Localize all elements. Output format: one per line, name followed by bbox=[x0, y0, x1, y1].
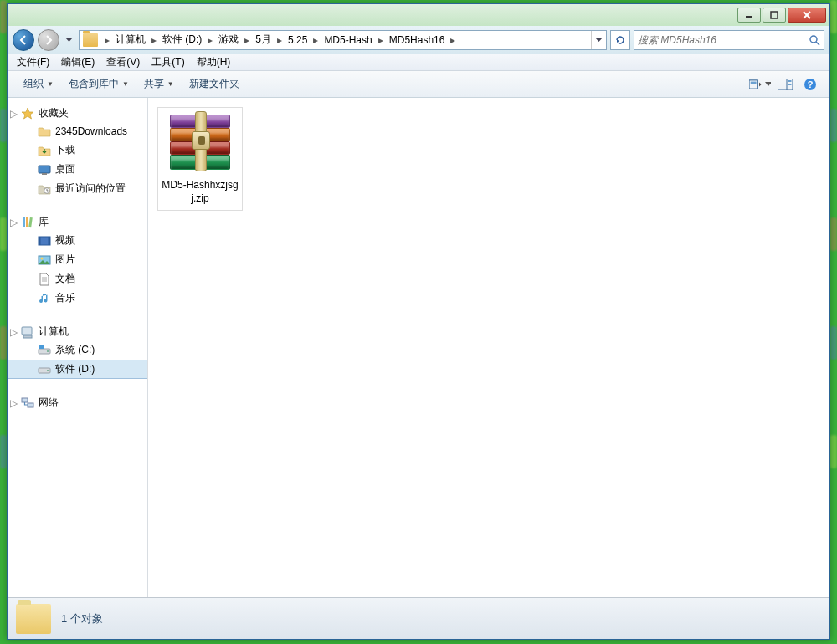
crumb-computer[interactable]: 计算机 bbox=[113, 31, 148, 49]
archive-icon bbox=[165, 111, 235, 175]
help-button[interactable]: ? bbox=[799, 74, 821, 95]
svg-rect-6 bbox=[749, 79, 757, 88]
chevron-right-icon[interactable]: ▸ bbox=[204, 31, 216, 49]
sidebar-item-documents[interactable]: 文档 bbox=[8, 269, 147, 289]
maximize-button[interactable] bbox=[763, 8, 786, 23]
sidebar-item-label: 音乐 bbox=[55, 291, 75, 305]
crumb-folder[interactable]: 游戏 bbox=[216, 31, 241, 49]
sidebar-item-recent[interactable]: 最近访问的位置 bbox=[8, 179, 147, 198]
chevron-down-icon: ▼ bbox=[167, 80, 174, 88]
file-list[interactable]: MD5-Hashhxzjsgj.zip bbox=[148, 98, 829, 597]
search-box[interactable] bbox=[634, 30, 824, 50]
sidebar-item-drive-d[interactable]: 软件 (D:) bbox=[8, 360, 147, 379]
favorites-label: 收藏夹 bbox=[39, 106, 69, 120]
breadcrumb[interactable]: ▸ 计算机 ▸ 软件 (D:) ▸ 游戏 ▸ 5月 ▸ 5.25 ▸ MD5-H… bbox=[79, 30, 607, 50]
network-label: 网络 bbox=[39, 396, 59, 410]
forward-button[interactable] bbox=[38, 29, 59, 51]
sidebar-network-head[interactable]: ▷ 网络 bbox=[8, 394, 147, 411]
share-button[interactable]: 共享 ▼ bbox=[136, 74, 182, 95]
file-name: MD5-Hashhxzjsgj.zip bbox=[162, 178, 239, 205]
chevron-right-icon[interactable]: ▸ bbox=[241, 31, 253, 49]
svg-rect-15 bbox=[42, 173, 47, 175]
computer-label: 计算机 bbox=[39, 325, 69, 339]
chevron-right-icon[interactable]: ▸ bbox=[101, 31, 113, 49]
history-dropdown[interactable] bbox=[63, 28, 75, 52]
tree-toggle-icon[interactable]: ▷ bbox=[9, 398, 18, 407]
sidebar-item-downloads2345[interactable]: 2345Downloads bbox=[8, 122, 147, 141]
status-text: 1 个对象 bbox=[61, 611, 103, 626]
preview-pane-button[interactable] bbox=[774, 74, 796, 95]
svg-rect-35 bbox=[22, 398, 28, 402]
address-bar: ▸ 计算机 ▸ 软件 (D:) ▸ 游戏 ▸ 5月 ▸ 5.25 ▸ MD5-H… bbox=[8, 26, 829, 54]
sidebar-item-drive-c[interactable]: 系统 (C:) bbox=[8, 340, 147, 360]
menu-view[interactable]: 查看(V) bbox=[100, 54, 146, 71]
svg-line-5 bbox=[816, 42, 819, 45]
recent-icon bbox=[38, 182, 51, 196]
chevron-right-icon[interactable]: ▸ bbox=[310, 31, 321, 49]
svg-point-34 bbox=[47, 370, 49, 371]
search-icon bbox=[809, 34, 820, 46]
sidebar-item-desktop[interactable]: 桌面 bbox=[8, 160, 147, 179]
refresh-button[interactable] bbox=[610, 30, 630, 50]
sidebar-libraries-head[interactable]: ▷ 库 bbox=[8, 213, 147, 231]
library-icon bbox=[21, 216, 34, 229]
include-label: 包含到库中 bbox=[69, 77, 119, 91]
search-input[interactable] bbox=[638, 34, 809, 46]
tree-toggle-icon[interactable]: ▷ bbox=[9, 217, 18, 227]
download-folder-icon bbox=[38, 144, 51, 157]
sidebar-item-pictures[interactable]: 图片 bbox=[8, 250, 147, 269]
libraries-label: 库 bbox=[39, 215, 49, 229]
menu-file[interactable]: 文件(F) bbox=[11, 54, 55, 71]
svg-rect-10 bbox=[788, 80, 792, 82]
svg-rect-22 bbox=[49, 237, 51, 245]
network-icon bbox=[21, 396, 34, 410]
svg-rect-11 bbox=[788, 84, 792, 85]
menu-help[interactable]: 帮助(H) bbox=[191, 54, 237, 71]
menubar: 文件(F) 编辑(E) 查看(V) 工具(T) 帮助(H) bbox=[8, 54, 829, 71]
sidebar-computer-head[interactable]: ▷ 计算机 bbox=[8, 323, 147, 340]
svg-rect-14 bbox=[39, 166, 50, 173]
computer-icon bbox=[21, 325, 34, 339]
address-dropdown[interactable] bbox=[591, 31, 606, 49]
toolbar: 组织 ▼ 包含到库中 ▼ 共享 ▼ 新建文件夹 ? bbox=[8, 71, 829, 98]
crumb-folder[interactable]: 5.25 bbox=[285, 31, 310, 49]
new-folder-label: 新建文件夹 bbox=[189, 77, 239, 91]
music-icon bbox=[38, 292, 51, 305]
folder-icon bbox=[16, 604, 51, 634]
new-folder-button[interactable]: 新建文件夹 bbox=[182, 74, 247, 95]
close-button[interactable] bbox=[788, 8, 826, 23]
organize-button[interactable]: 组织 ▼ bbox=[16, 74, 61, 95]
star-icon bbox=[21, 107, 34, 120]
crumb-drive[interactable]: 软件 (D:) bbox=[160, 31, 204, 49]
explorer-window: ▸ 计算机 ▸ 软件 (D:) ▸ 游戏 ▸ 5月 ▸ 5.25 ▸ MD5-H… bbox=[7, 3, 830, 640]
sidebar-item-videos[interactable]: 视频 bbox=[8, 231, 147, 250]
chevron-right-icon[interactable]: ▸ bbox=[148, 31, 160, 49]
crumb-folder[interactable]: MD5Hash16 bbox=[387, 31, 448, 49]
chevron-right-icon[interactable]: ▸ bbox=[274, 31, 285, 49]
video-icon bbox=[38, 234, 51, 248]
include-library-button[interactable]: 包含到库中 ▼ bbox=[61, 74, 136, 95]
view-mode-button[interactable] bbox=[749, 74, 771, 95]
crumb-folder[interactable]: 5月 bbox=[253, 31, 274, 49]
tree-toggle-icon[interactable]: ▷ bbox=[9, 327, 18, 336]
sidebar-item-label: 2345Downloads bbox=[55, 125, 127, 137]
svg-rect-7 bbox=[751, 81, 757, 84]
chevron-right-icon[interactable]: ▸ bbox=[375, 31, 387, 49]
sidebar-item-downloads[interactable]: 下载 bbox=[8, 141, 147, 160]
svg-rect-29 bbox=[23, 335, 32, 338]
svg-rect-17 bbox=[23, 217, 25, 227]
minimize-button[interactable] bbox=[737, 8, 761, 23]
svg-point-32 bbox=[47, 350, 49, 352]
svg-rect-21 bbox=[39, 237, 41, 245]
chevron-right-icon[interactable]: ▸ bbox=[447, 31, 459, 49]
crumb-folder[interactable]: MD5-Hash bbox=[321, 31, 374, 49]
desktop-icon bbox=[38, 163, 51, 176]
menu-edit[interactable]: 编辑(E) bbox=[55, 54, 100, 71]
folder-icon bbox=[38, 125, 51, 138]
file-item[interactable]: MD5-Hashhxzjsgj.zip bbox=[157, 107, 243, 211]
sidebar-favorites-head[interactable]: ▷ 收藏夹 bbox=[8, 105, 147, 122]
menu-tools[interactable]: 工具(T) bbox=[146, 54, 190, 71]
tree-toggle-icon[interactable]: ▷ bbox=[9, 109, 18, 118]
sidebar-item-music[interactable]: 音乐 bbox=[8, 289, 147, 308]
back-button[interactable] bbox=[13, 29, 34, 51]
